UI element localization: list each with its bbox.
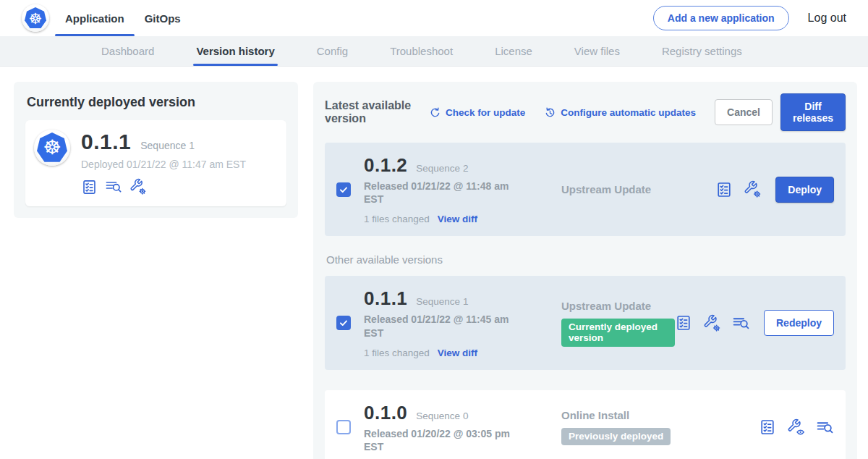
sequence-label: Sequence 0 bbox=[416, 410, 468, 421]
version-number: 0.1.1 bbox=[364, 287, 407, 310]
version-actions: Deploy bbox=[715, 177, 834, 203]
version-info: 0.1.2 Sequence 2 Released 01/21/22 @ 11:… bbox=[364, 154, 527, 224]
latest-version-title: Latest available version bbox=[325, 99, 414, 125]
files-changed-label: 1 files changed bbox=[364, 214, 430, 224]
checkbox-check-icon bbox=[339, 185, 349, 195]
edit-config-icon[interactable] bbox=[744, 180, 762, 198]
tab-application[interactable]: Application bbox=[55, 0, 135, 36]
source-label: Upstream Update bbox=[561, 300, 675, 312]
add-application-button[interactable]: Add a new application bbox=[653, 6, 789, 30]
version-number: 0.1.0 bbox=[364, 402, 407, 424]
tab-config[interactable]: Config bbox=[317, 36, 348, 66]
tab-registry-settings[interactable]: Registry settings bbox=[662, 36, 742, 66]
other-versions-title: Other available versions bbox=[326, 253, 846, 266]
released-timestamp: Released 01/20/22 @ 03:05 pm EST bbox=[364, 427, 524, 453]
version-source: Online Install Previously deployed bbox=[527, 409, 759, 445]
app-logo-icon: ☸ bbox=[34, 130, 70, 166]
latest-version-header: Latest available version Check for updat… bbox=[325, 93, 846, 131]
top-nav: ☸ Application GitOps Add a new applicati… bbox=[0, 0, 868, 36]
kubernetes-logo-icon: ☸ bbox=[22, 4, 49, 32]
previously-deployed-badge: Previously deployed bbox=[561, 428, 671, 445]
preflight-checklist-icon[interactable] bbox=[675, 314, 692, 332]
check-for-update-link[interactable]: Check for update bbox=[429, 106, 525, 119]
version-checkbox[interactable] bbox=[336, 182, 351, 197]
tab-view-files[interactable]: View files bbox=[574, 36, 620, 66]
deploy-logs-icon[interactable] bbox=[105, 178, 122, 195]
helm-wheel-glyph: ☸ bbox=[29, 11, 43, 26]
currently-deployed-badge: Currently deployed version bbox=[561, 319, 675, 347]
version-checkbox[interactable] bbox=[336, 420, 351, 434]
view-config-icon[interactable] bbox=[787, 418, 805, 437]
current-version-number: 0.1.1 bbox=[81, 130, 131, 154]
released-timestamp: Released 01/21/22 @ 11:48 am EST bbox=[364, 180, 524, 206]
tab-license[interactable]: License bbox=[495, 36, 532, 66]
currently-deployed-card: ☸ 0.1.1 Sequence 1 Deployed 01/21/22 @ 1… bbox=[25, 120, 286, 206]
header-buttons: Cancel Diff releases bbox=[715, 93, 846, 131]
view-diff-link[interactable]: View diff bbox=[438, 348, 477, 358]
preflight-checklist-icon[interactable] bbox=[759, 418, 776, 436]
source-label: Online Install bbox=[561, 409, 759, 421]
files-changed-label: 1 files changed bbox=[364, 348, 430, 358]
currently-deployed-panel: Currently deployed version ☸ 0.1.1 Seque… bbox=[14, 82, 298, 218]
deploy-logs-icon[interactable] bbox=[816, 418, 834, 437]
version-checkbox[interactable] bbox=[336, 316, 351, 330]
cancel-button[interactable]: Cancel bbox=[715, 99, 773, 125]
edit-config-icon[interactable] bbox=[129, 178, 147, 195]
checkbox-check-icon bbox=[339, 318, 349, 328]
configure-updates-link[interactable]: Configure automatic updates bbox=[544, 106, 696, 119]
version-row: 0.1.1 Sequence 1 Released 01/21/22 @ 11:… bbox=[325, 276, 846, 369]
version-source: Upstream Update Currently deployed versi… bbox=[527, 300, 675, 347]
view-diff-link[interactable]: View diff bbox=[438, 214, 477, 224]
app-sub-nav: Dashboard Version history Config Trouble… bbox=[0, 36, 868, 67]
version-history-panel: Latest available version Check for updat… bbox=[313, 82, 857, 459]
version-actions: Redeploy bbox=[675, 310, 834, 336]
sequence-label: Sequence 1 bbox=[416, 296, 468, 307]
preflight-checklist-icon[interactable] bbox=[715, 181, 733, 198]
tab-dashboard[interactable]: Dashboard bbox=[101, 36, 154, 66]
deploy-logs-icon[interactable] bbox=[732, 314, 750, 332]
top-right-actions: Add a new application Log out bbox=[653, 6, 846, 30]
deploy-button[interactable]: Deploy bbox=[775, 177, 834, 203]
main-content: Currently deployed version ☸ 0.1.1 Seque… bbox=[0, 67, 868, 459]
sequence-label: Sequence 2 bbox=[416, 163, 468, 174]
tab-version-history[interactable]: Version history bbox=[196, 36, 274, 66]
preflight-checklist-icon[interactable] bbox=[81, 179, 98, 195]
released-timestamp: Released 01/21/22 @ 11:45 am EST bbox=[364, 313, 524, 339]
version-source: Upstream Update bbox=[527, 183, 715, 195]
current-deployed-timestamp: Deployed 01/21/22 @ 11:47 am EST bbox=[81, 159, 246, 170]
tab-troubleshoot[interactable]: Troubleshoot bbox=[390, 36, 453, 66]
version-number: 0.1.2 bbox=[364, 154, 407, 177]
tab-gitops[interactable]: GitOps bbox=[135, 0, 191, 36]
check-update-icon bbox=[429, 106, 441, 119]
logout-link[interactable]: Log out bbox=[808, 12, 846, 25]
version-actions bbox=[759, 418, 834, 437]
version-info: 0.1.1 Sequence 1 Released 01/21/22 @ 11:… bbox=[364, 287, 527, 358]
redeploy-button[interactable]: Redeploy bbox=[764, 310, 834, 336]
currently-deployed-title: Currently deployed version bbox=[27, 95, 286, 110]
diff-releases-button[interactable]: Diff releases bbox=[780, 93, 846, 131]
current-sequence-label: Sequence 1 bbox=[140, 140, 195, 151]
version-row: 0.1.2 Sequence 2 Released 01/21/22 @ 11:… bbox=[325, 143, 846, 236]
auto-update-icon bbox=[544, 106, 556, 119]
version-row: 0.1.0 Sequence 0 Released 01/20/22 @ 03:… bbox=[325, 390, 846, 459]
source-label: Upstream Update bbox=[561, 183, 715, 195]
edit-config-icon[interactable] bbox=[703, 314, 721, 332]
top-tabs: Application GitOps bbox=[55, 0, 191, 36]
version-info: 0.1.0 Sequence 0 Released 01/20/22 @ 03:… bbox=[364, 402, 527, 453]
current-version-actions bbox=[81, 178, 246, 195]
current-version-info: 0.1.1 Sequence 1 Deployed 01/21/22 @ 11:… bbox=[81, 130, 246, 195]
